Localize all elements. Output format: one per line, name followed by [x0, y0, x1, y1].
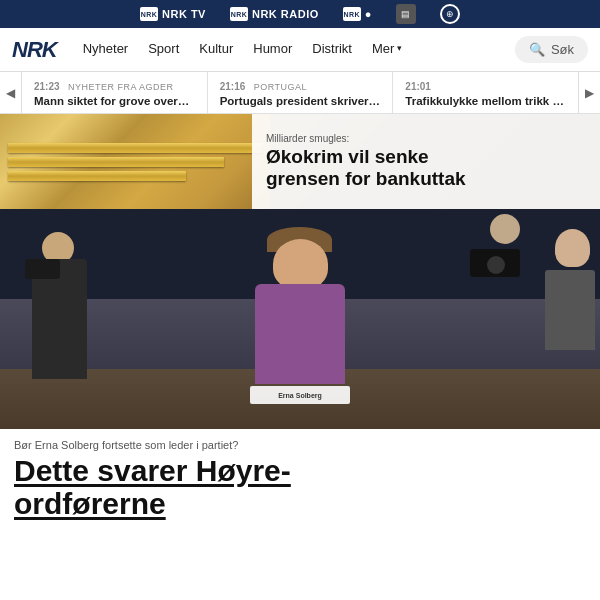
person-far-right	[545, 229, 600, 350]
name-placard: Erna Solberg	[250, 386, 350, 404]
hero-section[interactable]: Erna Solberg Bør Erna Solberg fortsette …	[0, 209, 600, 524]
ticker-items: 21:23 NYHETER FRA AGDER Mann siktet for …	[22, 72, 578, 113]
ticker-text-2: Trafikkulykke mellom trikk og	[405, 94, 566, 109]
nav-links: Nyheter Sport Kultur Humor Distrikt Mer …	[73, 28, 515, 72]
gold-bars-image	[0, 114, 270, 209]
hero-headline: Dette svarer Høyre- ordførerne	[14, 454, 586, 520]
gold-bar-1	[8, 143, 262, 153]
photographer-left	[20, 219, 100, 379]
nrktv-icon: NRK	[140, 7, 158, 21]
nrkradio-link[interactable]: NRK NRK RADIO	[230, 7, 319, 21]
name-placard-text: Erna Solberg	[278, 392, 322, 399]
erna-body	[255, 284, 345, 384]
top-story-card[interactable]: Milliarder smugles: Økokrim vil senke gr…	[0, 114, 600, 209]
ticker-time-0: 21:23	[34, 81, 60, 92]
photographer-right	[470, 214, 540, 277]
ticker-bar: ◀ 21:23 NYHETER FRA AGDER Mann siktet fo…	[0, 72, 600, 114]
nav-distrikt[interactable]: Distrikt	[302, 28, 362, 72]
mer-chevron-icon: ▾	[397, 43, 402, 53]
ticker-next-button[interactable]: ▶	[578, 72, 600, 113]
nrktv-link[interactable]: NRK NRK TV	[140, 7, 206, 21]
ticker-category-0: NYHETER FRA AGDER	[68, 82, 174, 92]
hero-image: Erna Solberg	[0, 209, 600, 429]
ticker-time-2: 21:01	[405, 81, 431, 92]
ticker-text-1: Portugals president skriver ut ny…	[220, 94, 381, 109]
hero-label: Bør Erna Solberg fortsette som leder i p…	[14, 439, 586, 451]
ticker-next-icon: ▶	[585, 86, 594, 100]
nav-bar: NRK Nyheter Sport Kultur Humor Distrikt …	[0, 28, 600, 72]
nav-sport[interactable]: Sport	[138, 28, 189, 72]
nav-kultur[interactable]: Kultur	[189, 28, 243, 72]
top-story-headline: Økokrim vil senke grensen for bankuttak	[266, 146, 586, 190]
phot-right-lens	[487, 256, 505, 274]
search-label: Søk	[551, 42, 574, 57]
ticker-item-2[interactable]: 21:01 Trafikkulykke mellom trikk og	[393, 72, 578, 113]
nrkradio-icon: NRK	[230, 7, 248, 21]
nrktv-label: NRK TV	[162, 8, 206, 20]
far-right-head	[555, 229, 590, 267]
ticker-item-1[interactable]: 21:16 PORTUGAL Portugals president skriv…	[208, 72, 394, 113]
person-erna	[245, 244, 355, 384]
nrk-link[interactable]: NRK ●	[343, 7, 372, 21]
nav-mer[interactable]: Mer ▾	[362, 28, 412, 72]
ticker-category-1: PORTUGAL	[254, 82, 307, 92]
ticker-prev-icon: ◀	[6, 86, 15, 100]
nav-humor[interactable]: Humor	[243, 28, 302, 72]
ticker-time-1: 21:16	[220, 81, 246, 92]
gold-bar-3	[8, 171, 186, 181]
nrk-icon: NRK	[343, 7, 361, 21]
top-story-image: Milliarder smugles: Økokrim vil senke gr…	[0, 114, 600, 209]
far-right-body	[545, 270, 595, 350]
gold-bar-2	[8, 157, 224, 167]
top-story-text-overlay: Milliarder smugles: Økokrim vil senke gr…	[252, 114, 600, 209]
ticker-prev-button[interactable]: ◀	[0, 72, 22, 113]
nrk-logo[interactable]: NRK	[12, 37, 57, 63]
grid-icon[interactable]: ▤	[396, 4, 416, 24]
search-icon: 🔍	[529, 42, 545, 57]
nav-nyheter[interactable]: Nyheter	[73, 28, 139, 72]
hero-caption: Bør Erna Solberg fortsette som leder i p…	[0, 429, 600, 524]
top-bar: NRK NRK TV NRK NRK RADIO NRK ● ▤ ⊕	[0, 0, 600, 28]
search-button[interactable]: 🔍 Søk	[515, 36, 588, 63]
nrk-bullet-label: ●	[365, 8, 372, 20]
ticker-text-0: Mann siktet for grove overgrep …	[34, 94, 195, 109]
profile-icon[interactable]: ⊕	[440, 4, 460, 24]
top-story-label: Milliarder smugles:	[266, 133, 586, 144]
phot-left-camera	[25, 259, 60, 279]
ticker-item-0[interactable]: 21:23 NYHETER FRA AGDER Mann siktet for …	[22, 72, 208, 113]
erna-head	[273, 239, 328, 289]
nrkradio-label: NRK RADIO	[252, 8, 319, 20]
phot-right-head	[490, 214, 520, 244]
